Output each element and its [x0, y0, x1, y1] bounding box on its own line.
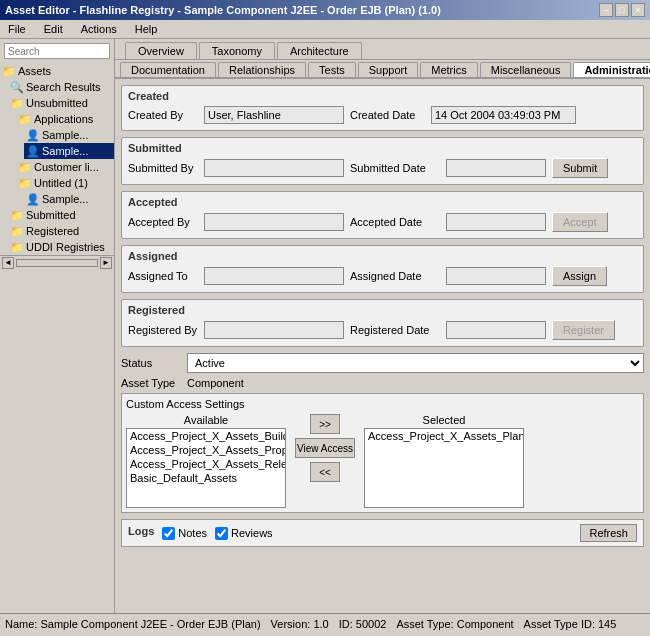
- sidebar-item-sample1[interactable]: 👤 Sample...: [24, 127, 114, 143]
- sidebar-item-sample2[interactable]: 👤 Sample...: [24, 143, 114, 159]
- custom-access-section: Custom Access Settings Available Access_…: [121, 393, 644, 513]
- status-id-key: ID:: [339, 618, 353, 630]
- assigned-to-label: Assigned To: [128, 270, 198, 282]
- submitted-section: Submitted Submitted By Submitted Date Su…: [121, 137, 644, 185]
- registered-date-input[interactable]: [446, 321, 546, 339]
- menu-file[interactable]: File: [4, 22, 30, 36]
- sidebar-item-applications[interactable]: 📁 Applications: [16, 111, 114, 127]
- add-access-button[interactable]: >>: [310, 414, 340, 434]
- folder-icon: 📁: [18, 176, 32, 190]
- scroll-left-button[interactable]: ◄: [2, 257, 14, 269]
- minimize-button[interactable]: –: [599, 3, 613, 17]
- sidebar-item-uddi[interactable]: 📁 UDDI Registries: [8, 239, 114, 255]
- menu-help[interactable]: Help: [131, 22, 162, 36]
- sidebar: 📁 Assets 🔍 Search Results 📁 Unsubmitted …: [0, 39, 115, 613]
- created-date-input[interactable]: [431, 106, 576, 124]
- tab-support[interactable]: Support: [358, 62, 419, 77]
- registered-by-input[interactable]: [204, 321, 344, 339]
- access-item-basic[interactable]: Basic_Default_Assets: [127, 471, 285, 485]
- tab-tests[interactable]: Tests: [308, 62, 356, 77]
- close-button[interactable]: ×: [631, 3, 645, 17]
- assigned-to-input[interactable]: [204, 267, 344, 285]
- tab-miscellaneous[interactable]: Miscellaneous: [480, 62, 572, 77]
- tab-metrics[interactable]: Metrics: [420, 62, 477, 77]
- accept-button[interactable]: Accept: [552, 212, 608, 232]
- tab-architecture[interactable]: Architecture: [277, 42, 362, 59]
- status-row: Status Active Inactive Pending: [121, 353, 644, 373]
- status-name-key: Name:: [5, 618, 37, 630]
- tabs-sub: Documentation Relationships Tests Suppor…: [115, 60, 650, 79]
- available-list[interactable]: Access_Project_X_Assets_Build Access_Pro…: [126, 428, 286, 508]
- assign-button[interactable]: Assign: [552, 266, 607, 286]
- folder-icon: 📁: [10, 224, 24, 238]
- available-label: Available: [126, 414, 286, 426]
- registered-title: Registered: [128, 304, 637, 316]
- access-item-build[interactable]: Access_Project_X_Assets_Build: [127, 429, 285, 443]
- access-item-release[interactable]: Access_Project_X_Assets_Release: [127, 457, 285, 471]
- menu-edit[interactable]: Edit: [40, 22, 67, 36]
- registered-by-label: Registered By: [128, 324, 198, 336]
- sidebar-item-untitled[interactable]: 📁 Untitled (1): [16, 175, 114, 191]
- remove-access-button[interactable]: <<: [310, 462, 340, 482]
- status-version-key: Version:: [271, 618, 311, 630]
- submitted-by-input[interactable]: [204, 159, 344, 177]
- sidebar-item-label: Customer li...: [34, 161, 99, 173]
- access-item-propose[interactable]: Access_Project_X_Assets_Propose: [127, 443, 285, 457]
- created-by-input[interactable]: [204, 106, 344, 124]
- tab-overview[interactable]: Overview: [125, 42, 197, 59]
- sidebar-item-label: Assets: [18, 65, 51, 77]
- sidebar-search-area: [0, 39, 114, 63]
- reviews-checkbox[interactable]: [215, 527, 228, 540]
- sidebar-item-unsubmitted[interactable]: 📁 Unsubmitted: [8, 95, 114, 111]
- tab-administration[interactable]: Administration: [573, 62, 650, 77]
- main-container: 📁 Assets 🔍 Search Results 📁 Unsubmitted …: [0, 39, 650, 613]
- status-asset-type-id: Asset Type ID: 145: [524, 618, 617, 630]
- created-by-label: Created By: [128, 109, 198, 121]
- status-id-value: 50002: [356, 618, 387, 630]
- maximize-button[interactable]: □: [615, 3, 629, 17]
- view-access-button[interactable]: View Access: [295, 438, 355, 458]
- asset-type-value: Component: [187, 377, 244, 389]
- asset-icon: 👤: [26, 192, 40, 206]
- status-bar: Name: Sample Component J2EE - Order EJB …: [0, 613, 650, 633]
- sidebar-item-label: Applications: [34, 113, 93, 125]
- assigned-date-input[interactable]: [446, 267, 546, 285]
- sidebar-item-label: Sample...: [42, 145, 88, 157]
- accepted-row: Accepted By Accepted Date Accept: [128, 212, 637, 232]
- submitted-date-input[interactable]: [446, 159, 546, 177]
- sidebar-tree: 📁 Assets 🔍 Search Results 📁 Unsubmitted …: [0, 63, 114, 255]
- status-id: ID: 50002: [339, 618, 387, 630]
- search-icon: 🔍: [10, 80, 24, 94]
- menu-actions[interactable]: Actions: [77, 22, 121, 36]
- selected-item-plan[interactable]: Access_Project_X_Assets_Plan: [365, 429, 523, 443]
- sidebar-scrollbar: ◄ ►: [0, 255, 114, 269]
- sidebar-item-search-results[interactable]: 🔍 Search Results: [8, 79, 114, 95]
- logs-section: Logs Notes Reviews Refresh: [121, 519, 644, 547]
- tab-documentation[interactable]: Documentation: [120, 62, 216, 77]
- custom-access-title: Custom Access Settings: [126, 398, 639, 410]
- asset-type-label: Asset Type: [121, 377, 181, 389]
- search-input[interactable]: [4, 43, 110, 59]
- created-section: Created Created By Created Date: [121, 85, 644, 131]
- submit-button[interactable]: Submit: [552, 158, 608, 178]
- tab-relationships[interactable]: Relationships: [218, 62, 306, 77]
- sidebar-item-label: UDDI Registries: [26, 241, 105, 253]
- register-button[interactable]: Register: [552, 320, 615, 340]
- accepted-date-input[interactable]: [446, 213, 546, 231]
- tab-taxonomy[interactable]: Taxonomy: [199, 42, 275, 59]
- selected-list[interactable]: Access_Project_X_Assets_Plan: [364, 428, 524, 508]
- sidebar-item-registered[interactable]: 📁 Registered: [8, 223, 114, 239]
- sidebar-item-submitted[interactable]: 📁 Submitted: [8, 207, 114, 223]
- scroll-right-button[interactable]: ►: [100, 257, 112, 269]
- status-select[interactable]: Active Inactive Pending: [187, 353, 644, 373]
- reviews-checkbox-label: Reviews: [215, 527, 273, 540]
- refresh-button[interactable]: Refresh: [580, 524, 637, 542]
- status-version: Version: 1.0: [271, 618, 329, 630]
- sidebar-item-customer[interactable]: 📁 Customer li...: [16, 159, 114, 175]
- notes-checkbox[interactable]: [162, 527, 175, 540]
- access-buttons: >> View Access <<: [290, 414, 360, 482]
- sidebar-item-label: Registered: [26, 225, 79, 237]
- sidebar-item-sample3[interactable]: 👤 Sample...: [24, 191, 114, 207]
- sidebar-item-assets[interactable]: 📁 Assets: [0, 63, 114, 79]
- accepted-by-input[interactable]: [204, 213, 344, 231]
